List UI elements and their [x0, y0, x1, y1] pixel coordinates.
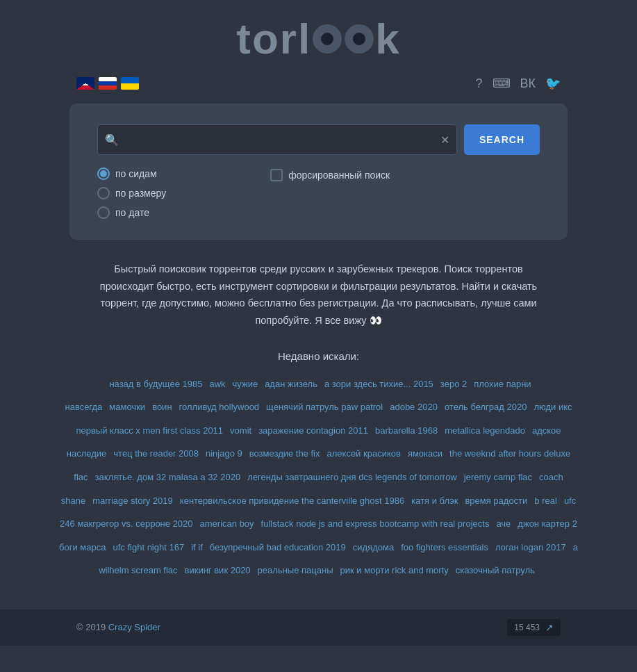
sort-options-col: по сидам по размеру по дате	[97, 167, 166, 219]
tag-item[interactable]: алексей красиков	[327, 448, 401, 459]
footer: © 2019 Crazy Spider 15 453 ↗	[0, 609, 637, 646]
tag-item[interactable]: воин	[152, 402, 172, 412]
radio-seeds-circle	[97, 167, 110, 180]
forced-search-checkbox	[270, 169, 283, 181]
tag-item[interactable]: vomit	[230, 425, 251, 436]
recent-searches-title: Недавно искали:	[0, 350, 637, 362]
tag-item[interactable]: легенды завтрашнего дня dcs legends of t…	[247, 472, 457, 482]
tag-item[interactable]: american boy	[200, 518, 254, 529]
tag-item[interactable]: рик и морти rick and morty	[340, 565, 449, 575]
twitter-icon[interactable]: 🐦	[545, 76, 561, 91]
tags-container: назад в будущее 1985awkчужиеадан жизельа…	[34, 372, 604, 582]
tag-item[interactable]: а зори здесь тихие... 2015	[324, 379, 433, 389]
sort-by-seeds[interactable]: по сидам	[97, 167, 166, 180]
tag-item[interactable]: безупречный bad education 2019	[210, 542, 346, 552]
tag-item[interactable]: мамочки	[109, 402, 145, 412]
flag-russian[interactable]	[99, 77, 117, 90]
tag-item[interactable]: fullstack node js and express bootcamp w…	[261, 518, 490, 529]
help-icon[interactable]: ?	[475, 76, 482, 91]
topnav-right: ? ⌨ ВК 🐦	[475, 76, 561, 91]
footer-copyright: © 2019 Crazy Spider	[76, 622, 160, 632]
radio-size-circle	[97, 187, 110, 199]
footer-counter: 15 453 ↗	[507, 619, 561, 636]
tag-item[interactable]: логан logan 2017	[495, 542, 566, 552]
footer-link[interactable]: Crazy Spider	[108, 622, 160, 632]
counter-value: 15 453	[514, 623, 540, 632]
tag-item[interactable]: заражение contagion 2011	[258, 425, 368, 436]
tag-item[interactable]: foo fighters essentials	[401, 542, 488, 552]
tag-item[interactable]: время радости	[465, 495, 527, 506]
sort-seeds-label: по сидам	[115, 168, 157, 179]
tag-item[interactable]: jeremy camp flac	[464, 472, 532, 482]
search-panel: 🔍 ✕ SEARCH по сидам по размеру по дате	[69, 104, 568, 240]
sort-by-size[interactable]: по размеру	[97, 187, 166, 199]
forced-search-label: форсированный поиск	[288, 170, 390, 181]
flag-ukrainian[interactable]	[121, 77, 139, 90]
logo-eye-right	[345, 24, 374, 54]
keyboard-icon[interactable]: ⌨	[493, 76, 511, 91]
tag-item[interactable]: назад в будущее 1985	[109, 379, 202, 389]
footer-arrow-icon[interactable]: ↗	[545, 622, 554, 633]
tag-item[interactable]: зеро 2	[440, 379, 467, 389]
sort-by-date[interactable]: по дате	[97, 206, 166, 219]
clear-icon[interactable]: ✕	[440, 133, 449, 147]
sort-options-row: по сидам по размеру по дате форсированны…	[97, 167, 540, 219]
search-input-wrap: 🔍 ✕	[97, 124, 457, 155]
tag-item[interactable]: b real	[534, 495, 557, 506]
tag-item[interactable]: щенячий патруль paw patrol	[266, 402, 383, 412]
vk-icon[interactable]: ВК	[520, 76, 536, 91]
sort-date-label: по дате	[115, 207, 149, 218]
logo-eye-left	[313, 24, 342, 54]
tag-item[interactable]: metallica legendado	[445, 425, 525, 436]
tag-item[interactable]: barbarella 1968	[375, 425, 438, 436]
search-input[interactable]	[124, 134, 440, 146]
header: torl k	[0, 0, 637, 70]
tag-item[interactable]: отель белград 2020	[445, 402, 527, 412]
logo-text-before: torl	[236, 14, 311, 63]
search-icon: 🔍	[105, 133, 119, 147]
tag-item[interactable]: кентервильское привидение the cantervill…	[180, 495, 404, 506]
tag-item[interactable]: ufc fight night 167	[113, 542, 185, 552]
tag-item[interactable]: ямокаси	[408, 448, 442, 459]
search-button[interactable]: SEARCH	[464, 124, 540, 155]
tag-item[interactable]: сидядома	[353, 542, 394, 552]
tag-item[interactable]: викинг вик 2020	[185, 565, 251, 575]
logo[interactable]: torl k	[236, 14, 400, 63]
sort-size-label: по размеру	[115, 188, 166, 199]
tag-item[interactable]: голливуд hollywood	[179, 402, 260, 412]
tag-item[interactable]: катя и блэк	[411, 495, 458, 506]
tag-item[interactable]: if if	[191, 542, 203, 552]
radio-date-circle	[97, 206, 110, 219]
tag-item[interactable]: чужие	[233, 379, 258, 389]
flag-english[interactable]	[76, 77, 94, 90]
lang-selector	[76, 77, 139, 90]
tag-item[interactable]: реальные пацаны	[258, 565, 333, 575]
tag-item[interactable]: ninjago 9	[206, 448, 242, 459]
tag-item[interactable]: чтец the reader 2008	[113, 448, 199, 459]
tag-item[interactable]: заклятье. дом 32 malasa a 32 2020	[95, 472, 241, 482]
tag-item[interactable]: marriage story 2019	[92, 495, 173, 506]
tag-item[interactable]: аче	[496, 518, 511, 529]
forced-search-option[interactable]: форсированный поиск	[270, 169, 390, 181]
footer-copyright-text: © 2019	[76, 622, 108, 632]
description-text: Быстрый поисковик торрентов среди русски…	[83, 254, 555, 336]
topnav: ? ⌨ ВК 🐦	[0, 70, 637, 97]
tag-item[interactable]: адан жизель	[265, 379, 317, 389]
search-row: 🔍 ✕ SEARCH	[97, 124, 540, 155]
tag-item[interactable]: сказочный патруль	[456, 565, 535, 575]
tag-item[interactable]: возмездие the fix	[249, 448, 320, 459]
tag-item[interactable]: adobe 2020	[390, 402, 438, 412]
tag-item[interactable]: awk	[209, 379, 225, 389]
logo-text-after: k	[375, 14, 400, 63]
